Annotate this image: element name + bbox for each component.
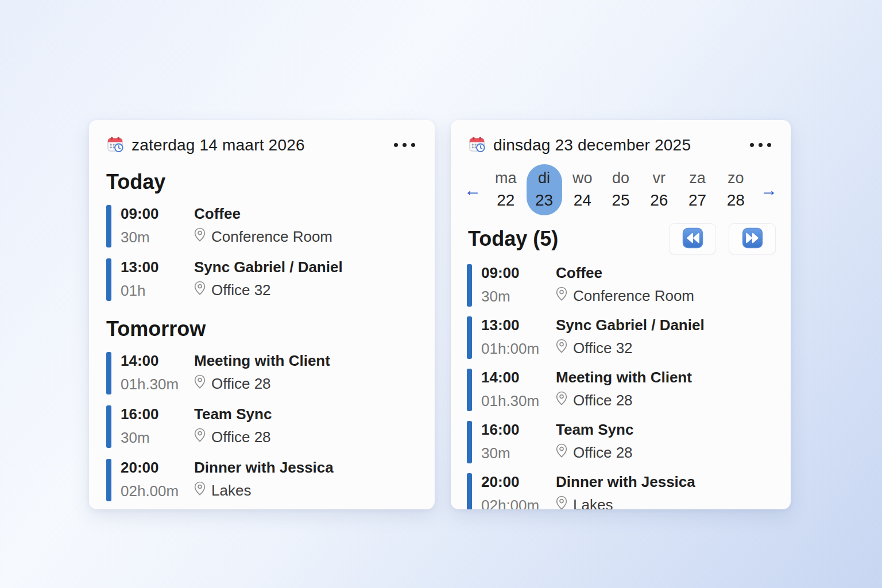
ellipsis-dot <box>759 143 763 147</box>
previous-week-arrow[interactable]: ← <box>460 179 485 201</box>
event-location: Lakes <box>211 482 251 500</box>
event-accent-bar <box>106 405 111 448</box>
day-name: ma <box>495 169 517 187</box>
event-time: 16:00 <box>121 405 194 423</box>
calendar-clock-icon <box>106 135 124 155</box>
event-row[interactable]: 09:00 30m Coffee Conference Room <box>467 264 775 307</box>
event-duration: 30m <box>121 229 194 246</box>
more-options-button[interactable] <box>748 137 773 153</box>
location-pin-icon <box>194 227 206 246</box>
fast-forward-button[interactable] <box>729 223 776 254</box>
event-duration: 30m <box>121 429 194 447</box>
event-title: Sync Gabriel / Daniel <box>556 316 775 334</box>
event-location: Office 32 <box>211 281 271 299</box>
event-location: Conference Room <box>573 287 694 305</box>
section-heading-today: Today <box>89 170 435 194</box>
day-name: za <box>689 169 706 187</box>
day-cell-zo-28[interactable]: zo 28 <box>718 164 753 215</box>
day-cell-do-25[interactable]: do 25 <box>603 164 639 215</box>
day-cell-za-27[interactable]: za 27 <box>680 164 715 215</box>
next-week-arrow[interactable]: → <box>756 179 782 201</box>
event-title: Team Sync <box>194 405 417 423</box>
event-time: 13:00 <box>481 316 556 334</box>
event-location: Lakes <box>573 496 613 509</box>
event-row[interactable]: 16:00 30m Team Sync Office 28 <box>467 421 775 463</box>
day-cell-di-23-selected[interactable]: di 23 <box>527 164 562 215</box>
event-time: 20:00 <box>121 459 194 477</box>
event-row[interactable]: 14:00 01h.30m Meeting with Client Office… <box>106 352 417 394</box>
event-list-tomorrow: 14:00 01h.30m Meeting with Client Office… <box>89 352 435 501</box>
day-number: 23 <box>535 191 553 210</box>
ellipsis-dot <box>394 143 398 147</box>
day-name: zo <box>728 169 744 187</box>
location-pin-icon <box>194 281 206 300</box>
event-location: Office 28 <box>211 375 271 393</box>
event-accent-bar <box>467 473 472 509</box>
week-strip: ← ma 22 di 23 wo 24 do 25 vr 26 za 27 zo… <box>451 155 791 215</box>
event-row[interactable]: 14:00 01h.30m Meeting with Client Office… <box>467 369 775 411</box>
event-location: Office 28 <box>573 444 633 462</box>
event-row[interactable]: 09:00 30m Coffee Conference Room <box>106 205 417 247</box>
event-duration: 30m <box>481 288 556 305</box>
event-location: Office 28 <box>211 428 271 446</box>
event-accent-bar <box>106 459 111 501</box>
card-header: zaterdag 14 maart 2026 <box>89 120 435 155</box>
event-location: Conference Room <box>211 228 332 246</box>
rewind-icon <box>682 227 703 250</box>
ellipsis-dot <box>403 143 407 147</box>
section-heading-today-count: Today (5) <box>468 227 656 251</box>
event-row[interactable]: 13:00 01h:00m Sync Gabriel / Daniel Offi… <box>467 316 775 359</box>
event-time: 20:00 <box>481 473 556 491</box>
event-title: Dinner with Jessica <box>194 459 417 477</box>
location-pin-icon <box>556 391 567 410</box>
day-number: 25 <box>612 191 629 210</box>
event-time: 09:00 <box>121 205 194 223</box>
event-title: Coffee <box>194 205 417 223</box>
location-pin-icon <box>194 428 206 447</box>
more-options-button[interactable] <box>392 137 417 153</box>
location-pin-icon <box>194 481 206 500</box>
event-time: 16:00 <box>481 421 556 439</box>
event-time: 14:00 <box>481 369 556 386</box>
day-number: 28 <box>727 191 745 210</box>
agenda-card-left: zaterdag 14 maart 2026 Today 09:00 30m C… <box>89 120 435 509</box>
agenda-card-right: dinsdag 23 december 2025 ← ma 22 di 23 w… <box>451 120 791 509</box>
event-title: Meeting with Client <box>194 352 417 370</box>
event-location: Office 28 <box>573 392 633 409</box>
day-cell-wo-24[interactable]: wo 24 <box>564 164 600 215</box>
rewind-button[interactable] <box>669 223 716 254</box>
day-number: 26 <box>650 191 668 210</box>
today-header-row: Today (5) <box>451 215 791 254</box>
card-title-date: dinsdag 23 december 2025 <box>493 136 748 154</box>
event-accent-bar <box>467 316 472 359</box>
event-accent-bar <box>106 258 111 301</box>
event-accent-bar <box>467 421 472 463</box>
event-duration: 01h:00m <box>481 340 556 358</box>
calendar-clock-icon <box>468 135 486 155</box>
event-row[interactable]: 20:00 02h:00m Dinner with Jessica Lakes <box>467 473 775 509</box>
event-duration: 02h.00m <box>121 482 194 500</box>
event-row[interactable]: 13:00 01h Sync Gabriel / Daniel Office 3… <box>106 258 417 301</box>
location-pin-icon <box>556 339 567 358</box>
card-header: dinsdag 23 december 2025 <box>451 120 791 155</box>
card-title-date: zaterdag 14 maart 2026 <box>131 136 392 154</box>
event-title: Coffee <box>556 264 775 282</box>
location-pin-icon <box>556 443 567 462</box>
event-accent-bar <box>106 352 111 394</box>
ellipsis-dot <box>767 143 771 147</box>
day-cell-vr-26[interactable]: vr 26 <box>641 164 677 215</box>
event-accent-bar <box>467 264 472 307</box>
location-pin-icon <box>556 496 567 509</box>
day-name: di <box>538 169 550 187</box>
event-duration: 30m <box>481 444 556 462</box>
section-heading-tomorrow: Tomorrow <box>89 317 435 341</box>
event-title: Meeting with Client <box>556 369 775 386</box>
event-row[interactable]: 20:00 02h.00m Dinner with Jessica Lakes <box>106 459 417 501</box>
day-name: wo <box>572 169 593 187</box>
day-cell-ma-22[interactable]: ma 22 <box>488 164 524 215</box>
event-duration: 01h.30m <box>121 376 194 393</box>
event-list-today: 09:00 30m Coffee Conference Room 13:00 0… <box>451 264 791 509</box>
event-title: Dinner with Jessica <box>556 473 775 491</box>
day-number: 27 <box>688 191 706 210</box>
event-row[interactable]: 16:00 30m Team Sync Office 28 <box>106 405 417 448</box>
